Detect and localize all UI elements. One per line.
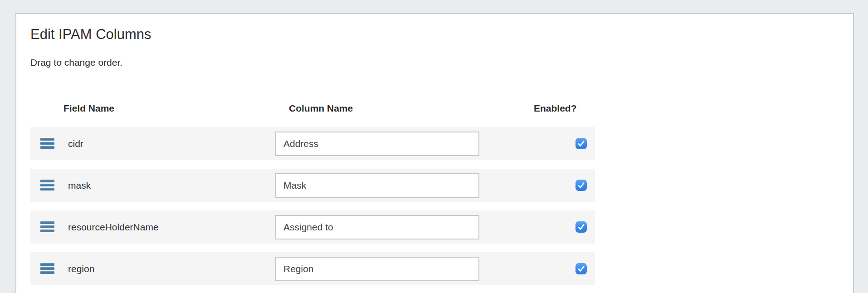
field-name-label: cidr [68,138,83,149]
header-enabled: Enabled? [534,103,577,114]
ipam-column-row-cidr[interactable]: cidr [30,127,595,160]
drag-hint-text: Drag to change order. [30,57,122,68]
checkmark-icon [577,223,585,231]
enabled-checkbox[interactable] [575,180,587,191]
header-field-name: Field Name [63,103,114,114]
page: Edit IPAM Columns Drag to change order. … [0,0,868,293]
field-name-label: resourceHolderName [68,222,159,233]
checkmark-icon [577,181,585,190]
enabled-checkbox[interactable] [575,221,587,233]
ipam-column-row-resourceHolderName[interactable]: resourceHolderName [30,210,595,244]
column-header-row: Field Name Column Name Enabled? [16,103,853,117]
column-name-input[interactable] [275,257,479,281]
drag-handle-icon[interactable] [40,138,54,149]
drag-handle-icon[interactable] [40,221,54,232]
ipam-column-row-mask[interactable]: mask [30,169,595,202]
drag-handle-icon[interactable] [40,180,54,190]
column-name-input[interactable] [275,215,479,239]
column-name-input[interactable] [275,132,479,156]
page-title: Edit IPAM Columns [30,26,151,43]
field-name-label: region [68,264,94,274]
column-name-input[interactable] [275,173,479,198]
edit-ipam-columns-panel: Edit IPAM Columns Drag to change order. … [15,13,854,293]
enabled-checkbox[interactable] [575,138,587,149]
header-column-name: Column Name [289,103,353,114]
checkmark-icon [577,264,585,273]
ipam-columns-list: cidr mask resourceHolderName [30,127,595,293]
drag-handle-icon[interactable] [40,263,54,274]
checkmark-icon [577,139,585,148]
enabled-checkbox[interactable] [575,263,587,274]
field-name-label: mask [68,180,91,191]
ipam-column-row-region[interactable]: region [30,252,595,285]
